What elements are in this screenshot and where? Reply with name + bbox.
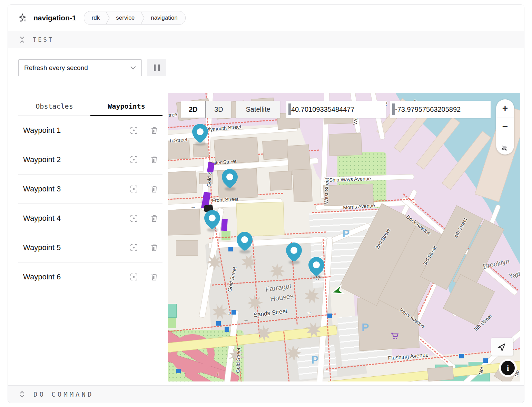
- waypoint-marker[interactable]: [308, 257, 324, 279]
- waypoint-row: Waypoint 3: [18, 175, 162, 204]
- waypoint-marker[interactable]: [222, 169, 238, 191]
- street-label: tree: [168, 112, 177, 118]
- waypoint-label: Waypoint 3: [23, 185, 117, 193]
- breadcrumb-item-service[interactable]: service: [110, 14, 141, 21]
- navigation-card: navigation-1 rdk service navigation TEST…: [8, 4, 524, 403]
- waypoint-marker[interactable]: [286, 242, 302, 265]
- waypoint-row: Waypoint 1: [18, 116, 162, 145]
- breadcrumb: rdk service navigation: [84, 11, 186, 25]
- street-label: Gold Street: [235, 348, 241, 373]
- map-canvas[interactable]: Plymouth Streeth StreetWater StreetFront…: [168, 93, 520, 381]
- parking-label: P: [362, 322, 369, 333]
- waypoint-marker[interactable]: [204, 210, 220, 232]
- focus-waypoint-button[interactable]: [130, 127, 138, 134]
- focus-waypoint-button[interactable]: [130, 156, 138, 163]
- waypoint-row: Waypoint 6: [18, 262, 162, 291]
- waypoint-row: Waypoint 5: [18, 233, 162, 262]
- street-label: h Street: [170, 137, 188, 143]
- refresh-rate-select[interactable]: Refresh every second: [18, 59, 142, 76]
- do-command-section-header[interactable]: DO COMMAND: [8, 385, 524, 403]
- building: [329, 133, 362, 156]
- delete-waypoint-button[interactable]: [151, 127, 158, 134]
- delete-waypoint-button[interactable]: [151, 215, 158, 222]
- street-label: →: [306, 309, 312, 315]
- zoom-out-button[interactable]: −: [496, 118, 514, 136]
- focus-waypoint-button[interactable]: [130, 215, 138, 222]
- locate-button[interactable]: [491, 338, 513, 356]
- waypoint-marker[interactable]: [237, 232, 253, 254]
- page-title: navigation-1: [33, 14, 76, 22]
- building: [176, 240, 198, 256]
- waypoint-marker[interactable]: [192, 124, 208, 146]
- building: [269, 171, 293, 190]
- building: [168, 171, 197, 194]
- traffic-signal: [231, 310, 236, 315]
- tab-bar: Obstacles Waypoints: [18, 98, 162, 116]
- street-label: ←: [243, 317, 249, 323]
- navigation-arrow-icon: [496, 340, 509, 353]
- traffic-signal: [327, 314, 332, 318]
- card-header: navigation-1 rdk service navigation: [8, 5, 524, 31]
- building: [323, 184, 374, 206]
- zoom-in-button[interactable]: +: [496, 99, 514, 118]
- pause-icon: [154, 64, 156, 71]
- latitude-field: [286, 101, 386, 118]
- map-3d-button[interactable]: 3D: [206, 101, 231, 118]
- delete-waypoint-button[interactable]: [151, 273, 158, 281]
- traffic-signal: [176, 369, 181, 373]
- obstacle-box: [221, 219, 228, 231]
- focus-waypoint-button[interactable]: [130, 273, 138, 281]
- street-label: West Street: [324, 178, 329, 204]
- breadcrumb-item-rdk[interactable]: rdk: [86, 14, 106, 21]
- obstacle-box: [207, 162, 215, 172]
- waypoint-label: Waypoint 4: [23, 214, 117, 223]
- parking-label: P: [311, 354, 318, 365]
- test-section-header[interactable]: TEST: [8, 31, 524, 48]
- waypoint-list: Waypoint 1Waypoint 2Waypoint 3Waypoint 4…: [18, 116, 162, 291]
- tab-obstacles[interactable]: Obstacles: [18, 98, 90, 116]
- left-panel: Obstacles Waypoints Waypoint 1Waypoint 2…: [18, 98, 162, 291]
- parking-label: P: [342, 228, 349, 239]
- traffic-signal: [459, 354, 464, 358]
- tab-waypoints[interactable]: Waypoints: [90, 98, 162, 116]
- street-label: Nor: [478, 366, 484, 375]
- focus-waypoint-button[interactable]: [130, 244, 138, 251]
- latitude-input[interactable]: [290, 105, 392, 114]
- map-satellite-button[interactable]: Satellite: [236, 101, 280, 118]
- delete-waypoint-button[interactable]: [151, 185, 158, 193]
- grass-patch: [221, 231, 230, 240]
- sports-pitch: [168, 304, 177, 318]
- map-zoom-control: +−: [496, 99, 514, 155]
- collapse-icon: [19, 36, 25, 43]
- waypoint-label: Waypoint 1: [23, 126, 117, 135]
- waypoint-row: Waypoint 2: [18, 145, 162, 175]
- map-info-button[interactable]: i: [499, 359, 517, 377]
- waypoint-row: Waypoint 4: [18, 204, 162, 233]
- breadcrumb-separator: [106, 12, 110, 24]
- waypoint-label: Waypoint 6: [23, 272, 117, 281]
- traffic-signal: [483, 358, 488, 363]
- building: [427, 366, 454, 381]
- focus-waypoint-button[interactable]: [130, 185, 138, 193]
- compass-button[interactable]: [496, 136, 514, 155]
- traffic-signal: [225, 327, 229, 332]
- breadcrumb-separator: [141, 12, 145, 24]
- longitude-field: [390, 101, 491, 118]
- grass-patch: [168, 318, 176, 328]
- traffic-signal: [216, 321, 221, 326]
- map-2d-button[interactable]: 2D: [181, 101, 206, 118]
- waypoint-label: Waypoint 2: [23, 155, 117, 164]
- supermarket-cart-icon: [391, 332, 399, 341]
- building: [262, 139, 289, 160]
- do-command-label: DO COMMAND: [33, 390, 93, 398]
- pause-button[interactable]: [147, 59, 166, 76]
- longitude-input[interactable]: [394, 105, 496, 114]
- test-section-label: TEST: [33, 36, 54, 43]
- delete-waypoint-button[interactable]: [151, 244, 158, 251]
- delete-waypoint-button[interactable]: [151, 156, 158, 163]
- waypoint-label: Waypoint 5: [23, 243, 117, 252]
- building: [168, 209, 200, 235]
- breadcrumb-item-navigation[interactable]: navigation: [145, 14, 184, 21]
- chevron-down-icon: [130, 66, 136, 70]
- street-label: ↓: [216, 371, 219, 376]
